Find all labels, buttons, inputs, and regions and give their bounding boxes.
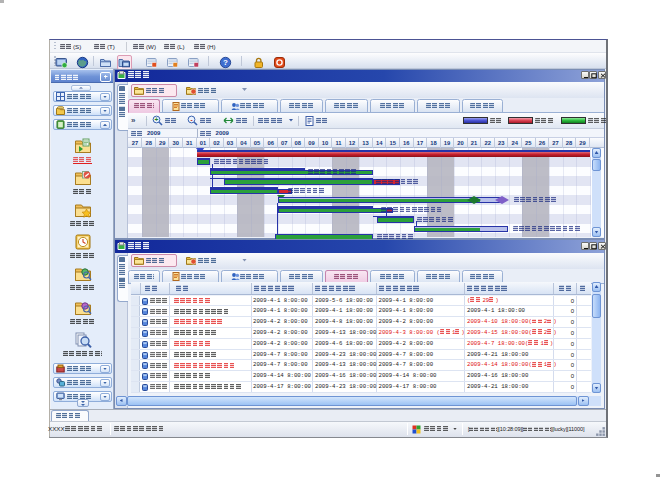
svg-text:+: + <box>155 116 159 123</box>
svg-text:?: ? <box>223 58 228 67</box>
svg-text:-: - <box>190 116 192 123</box>
